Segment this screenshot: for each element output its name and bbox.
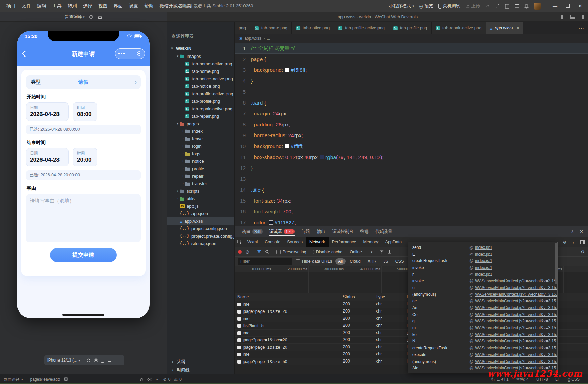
- notification-bell-icon[interactable]: [524, 4, 529, 9]
- devtools-tab-Network[interactable]: Network: [306, 237, 329, 247]
- debug-bug-icon[interactable]: [139, 377, 144, 382]
- debug-tab-终端[interactable]: 终端: [357, 226, 371, 237]
- menu-item-设置[interactable]: 设置: [126, 0, 141, 12]
- switch-project-icon[interactable]: [495, 4, 500, 8]
- editor-tab-tab-profile.png[interactable]: tab-profile.png: [389, 22, 432, 34]
- filter-funnel-icon[interactable]: [257, 250, 262, 254]
- preserve-log-checkbox[interactable]: Preserve log: [276, 250, 306, 254]
- tree-item-tab-profile.png[interactable]: tab-profile.png: [167, 97, 234, 105]
- code-line-10[interactable]: 10 background: #ffffff;: [235, 141, 588, 152]
- network-settings-gear-icon[interactable]: ⚙: [581, 249, 585, 254]
- toggle-bottom-panel-icon[interactable]: [570, 15, 575, 19]
- filter-chip-JS[interactable]: JS: [381, 258, 391, 265]
- callstack-entry[interactable]: Ce@WAServiceMainContext.js?t=wechat&v=3.…: [412, 311, 557, 318]
- callstack-source-link[interactable]: WAServiceMainContext.js?t=wechat&v=3.15.…: [475, 339, 558, 343]
- hide-data-urls-checkbox[interactable]: Hide data URLs: [296, 259, 332, 264]
- outline-section[interactable]: ›大纲: [167, 357, 234, 366]
- tree-item-sitemap.json[interactable]: {..}sitemap.json: [167, 240, 234, 247]
- tree-item-tab-profile-active.png[interactable]: tab-profile-active.png: [167, 90, 234, 97]
- menu-item-视图[interactable]: 视图: [95, 0, 111, 12]
- compile-mode-dropdown[interactable]: 普通编译 ▾: [65, 14, 84, 20]
- tree-item-tab-notice-active.png[interactable]: tab-notice-active.png: [167, 75, 234, 82]
- device-frame-icon[interactable]: [101, 358, 104, 363]
- code-line-5[interactable]: 5: [235, 86, 588, 97]
- callstack-entry[interactable]: Ae@WAServiceMainContext.js?t=wechat&v=3.…: [412, 304, 557, 311]
- tree-item-notice[interactable]: ›notice: [167, 157, 234, 165]
- tree-item-tab-home-active.png[interactable]: tab-home-active.png: [167, 60, 234, 67]
- upload-button[interactable]: 上传: [466, 3, 480, 9]
- callstack-source-link[interactable]: WAServiceMainContext.js?t=wechat&v=3.15.…: [475, 305, 558, 310]
- end-time-picker[interactable]: 时间 20:00: [73, 148, 97, 166]
- export-har-icon[interactable]: [387, 250, 392, 254]
- start-time-picker[interactable]: 时间 08:00: [73, 102, 97, 121]
- callstack-entry[interactable]: N@WAServiceMainContext.js?t=wechat&v=3.1…: [412, 338, 557, 345]
- callstack-source-link[interactable]: index.js:1: [475, 245, 492, 250]
- settings-gear-icon[interactable]: ⚙: [562, 240, 566, 245]
- code-line-16[interactable]: 16 font-weight: 700;: [235, 206, 588, 217]
- color-swatch[interactable]: [269, 220, 273, 225]
- tree-item-utils[interactable]: ›utils: [167, 195, 234, 202]
- reason-textarea[interactable]: 请填写事由（必填）: [26, 194, 141, 242]
- code-line-1[interactable]: 1/** 全局样式变量 */: [235, 43, 588, 54]
- tree-item-leave[interactable]: ›leave: [167, 135, 234, 142]
- search-icon[interactable]: [265, 250, 269, 254]
- code-line-4[interactable]: 4}: [235, 76, 588, 86]
- callstack-source-link[interactable]: WAServiceMainContext.js?t=wechat&v=3.15.…: [475, 292, 558, 297]
- callstack-entry[interactable]: createRequestTask@WAServiceMainContext.j…: [412, 345, 557, 351]
- statusbar-more-icon[interactable]: ⋯: [156, 377, 160, 382]
- callstack-source-link[interactable]: WAServiceMainContext.js?t=wechat&v=3.15.…: [475, 359, 558, 364]
- devtools-tab-Memory[interactable]: Memory: [359, 237, 382, 247]
- preview-button[interactable]: ◎预览: [419, 3, 433, 9]
- end-date-picker[interactable]: 日期 2026-04-28: [26, 148, 69, 166]
- callstack-entry[interactable]: ke@WAServiceMainContext.js?t=wechat&v=3.…: [412, 331, 557, 338]
- tree-item-repair[interactable]: ›repair: [167, 172, 234, 180]
- tree-item-project.private.config.js...[interactable]: {..}project.private.config.js...: [167, 232, 234, 240]
- menu-item-文件[interactable]: 文件: [19, 0, 34, 12]
- menu-item-选择[interactable]: 选择: [80, 0, 95, 12]
- editor-tab-tab-notice.png[interactable]: tab-notice.png: [292, 22, 334, 34]
- type-picker-row[interactable]: 类型 请假 ›: [26, 75, 141, 89]
- editor-more-icon[interactable]: ⋯: [578, 25, 584, 31]
- record-network-icon[interactable]: [238, 250, 242, 254]
- tree-item-profile[interactable]: ›profile: [167, 165, 234, 172]
- editor-tab-png[interactable]: png: [235, 22, 250, 34]
- code-line-6[interactable]: 6.card {: [235, 97, 588, 108]
- callstack-source-link[interactable]: index.js:1: [475, 252, 492, 257]
- timeline-section[interactable]: ›时间线: [167, 366, 234, 374]
- tree-item-logs[interactable]: ›logs: [167, 150, 234, 157]
- split-editor-icon[interactable]: [570, 26, 574, 30]
- filter-chip-CSS[interactable]: CSS: [392, 258, 407, 265]
- close-panel-icon[interactable]: ✕: [579, 229, 583, 234]
- callstack-entry[interactable]: createRequestTask@index.js:1: [412, 257, 557, 264]
- column-header-Type[interactable]: Type: [373, 293, 404, 301]
- code-line-9[interactable]: 9 border-radius: 24rpx;: [235, 130, 588, 141]
- debug-tab-代码质量[interactable]: 代码质量: [373, 226, 395, 237]
- code-line-17[interactable]: 17 color: #111827;: [235, 217, 588, 226]
- toggle-right-panel-icon[interactable]: [579, 15, 584, 19]
- filter-chip-Cloud[interactable]: Cloud: [347, 258, 364, 265]
- debug-tab-调试控制台[interactable]: 调试控制台: [329, 226, 356, 237]
- toggle-left-panel-icon[interactable]: [561, 15, 566, 19]
- callstack-source-link[interactable]: index.js:1: [475, 265, 492, 270]
- menu-item-项目[interactable]: 项目: [3, 0, 19, 12]
- menu-item-界面[interactable]: 界面: [111, 0, 126, 12]
- callstack-entry[interactable]: execute@WAServiceMainContext.js?t=wechat…: [412, 351, 557, 358]
- window-maximize-button[interactable]: [564, 3, 571, 9]
- menu-item-转到[interactable]: 转到: [65, 0, 80, 12]
- callstack-source-link[interactable]: WAServiceMainContext.js?t=wechat&v=3.15.…: [475, 332, 558, 337]
- callstack-entry[interactable]: ae@WAServiceMainContext.js?t=wechat&v=3.…: [412, 298, 557, 305]
- debug-tab-问题[interactable]: 问题: [299, 226, 313, 237]
- preview-eye-icon[interactable]: [147, 378, 152, 381]
- callstack-entry[interactable]: m@WAServiceMainContext.js?t=wechat&v=3.1…: [412, 324, 557, 331]
- tree-item-tab-home.png[interactable]: tab-home.png: [167, 67, 234, 75]
- tree-item-tab-repair.png[interactable]: tab-repair.png: [167, 112, 234, 120]
- code-line-2[interactable]: 2page {: [235, 54, 588, 65]
- tree-item-transfer[interactable]: ›transfer: [167, 180, 234, 187]
- devtools-tab-Sources[interactable]: Sources: [284, 237, 306, 247]
- menu-item-编辑[interactable]: 编辑: [34, 0, 49, 12]
- clear-cache-icon[interactable]: [98, 15, 102, 19]
- mini-program-mode-dropdown[interactable]: 小程序模式▾: [389, 3, 414, 9]
- color-swatch[interactable]: [285, 68, 289, 72]
- callstack-entry[interactable]: E@index.js:1: [412, 251, 557, 258]
- more-dots-icon[interactable]: [118, 53, 125, 54]
